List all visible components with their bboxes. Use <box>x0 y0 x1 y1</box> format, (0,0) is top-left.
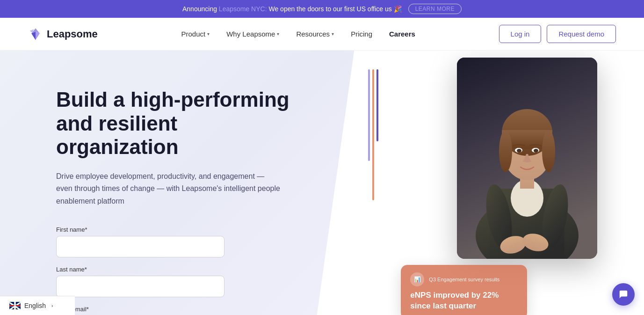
last-name-input[interactable] <box>56 276 224 297</box>
notification-avatar: 📊 <box>410 272 424 286</box>
nav-product-label: Product <box>181 30 206 38</box>
nav-careers-label: Careers <box>389 30 415 38</box>
leapsome-logo-icon <box>28 27 43 42</box>
chat-icon <box>618 289 629 300</box>
hero-right-panel: 📊 Q3 Engagement survey results eNPS impr… <box>354 51 644 315</box>
person-silhouette <box>457 58 597 259</box>
nav-actions: Log in Request demo <box>499 25 616 43</box>
announcement-suffix: We open the doors to our first US office… <box>267 5 402 13</box>
learn-more-button[interactable]: LEARN MORE <box>408 4 462 14</box>
svg-point-13 <box>534 149 538 153</box>
announcement-text: Announcing Leapsome NYC: We open the doo… <box>182 5 402 13</box>
work-email-field: Work email* <box>56 306 326 315</box>
chevron-down-icon: ▾ <box>332 31 334 37</box>
nav-item-resources[interactable]: Resources ▾ <box>296 30 334 38</box>
nav-item-careers[interactable]: Careers <box>389 30 415 38</box>
login-button[interactable]: Log in <box>499 25 542 43</box>
nav-item-pricing[interactable]: Pricing <box>351 30 372 38</box>
navbar: Leapsome Product ▾ Why Leapsome ▾ Resour… <box>0 18 644 51</box>
nav-why-label: Why Leapsome <box>226 30 275 38</box>
hero-person-card <box>457 58 597 259</box>
hero-left-panel: Build a high-performing and resilient or… <box>0 51 354 315</box>
person-photo-bg <box>457 58 597 259</box>
first-name-label: First name* <box>56 226 326 233</box>
chat-button[interactable] <box>612 283 635 306</box>
nav-links: Product ▾ Why Leapsome ▾ Resources ▾ Pri… <box>181 30 415 38</box>
hero-subtitle: Drive employee development, productivity… <box>56 170 281 207</box>
accent-line-3 <box>376 69 378 141</box>
logo[interactable]: Leapsome <box>28 27 98 42</box>
request-demo-button[interactable]: Request demo <box>547 25 616 43</box>
first-name-input[interactable] <box>56 236 224 257</box>
notification-card: 📊 Q3 Engagement survey results eNPS impr… <box>401 265 527 315</box>
announcement-prefix: Announcing <box>182 5 219 13</box>
nav-item-why-leapsome[interactable]: Why Leapsome ▾ <box>226 30 279 38</box>
last-name-label: Last name* <box>56 266 326 273</box>
language-selector[interactable]: English › <box>0 296 75 315</box>
accent-line-1 <box>368 69 370 161</box>
notification-main-text: eNPS improved by 22% since last quarter <box>410 290 518 312</box>
hero-section: Build a high-performing and resilient or… <box>0 51 644 315</box>
nav-item-product[interactable]: Product ▾ <box>181 30 210 38</box>
accent-line-2 <box>372 69 374 200</box>
svg-point-8 <box>499 130 512 172</box>
first-name-field: First name* <box>56 226 326 257</box>
accent-lines <box>368 69 378 200</box>
hero-title: Build a high-performing and resilient or… <box>56 88 299 159</box>
nav-pricing-label: Pricing <box>351 30 372 38</box>
chevron-down-icon: ▾ <box>277 31 279 37</box>
language-label: English <box>24 302 46 309</box>
svg-point-9 <box>542 130 555 172</box>
chevron-down-icon: ▾ <box>207 31 210 37</box>
notification-survey-title: Q3 Engagement survey results <box>429 277 499 282</box>
flag-icon <box>9 302 21 309</box>
work-email-label: Work email* <box>56 306 326 313</box>
announcement-bar: Announcing Leapsome NYC: We open the doo… <box>0 0 644 18</box>
notification-header: 📊 Q3 Engagement survey results <box>410 272 518 286</box>
svg-point-12 <box>517 149 521 153</box>
last-name-field: Last name* <box>56 266 326 297</box>
nav-resources-label: Resources <box>296 30 330 38</box>
logo-text: Leapsome <box>47 28 98 40</box>
announcement-link[interactable]: Leapsome NYC: <box>219 5 267 13</box>
language-chevron-icon: › <box>51 303 53 308</box>
